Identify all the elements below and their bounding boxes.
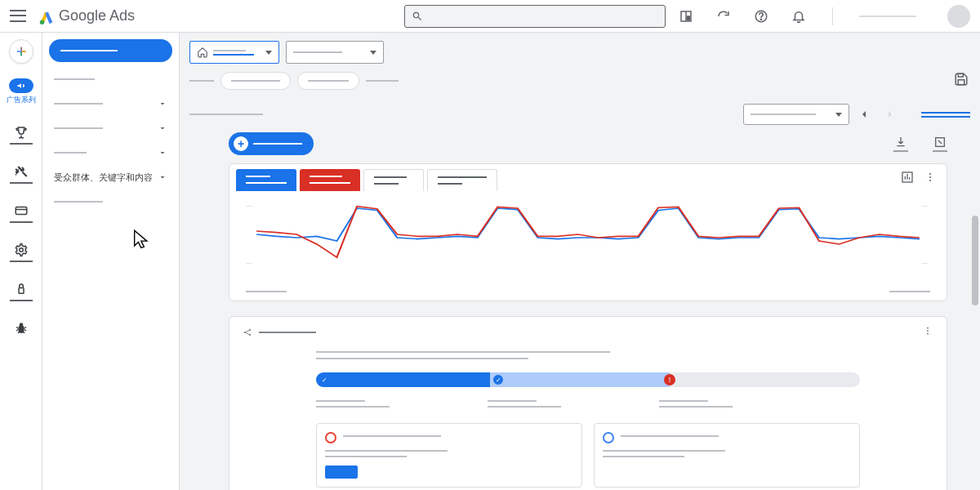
sidebar-item-6[interactable] [42,189,179,214]
svg-text:—: — [246,203,252,208]
chip-label [189,80,214,82]
date-range-dropdown[interactable] [743,104,849,125]
menu-icon[interactable] [10,8,26,24]
plus-icon: + [234,136,248,151]
status-card-title [259,332,316,333]
divider [832,7,833,25]
status-description [316,351,860,359]
search-icon [412,11,423,22]
help-icon[interactable] [754,9,768,24]
scroll-thumb[interactable] [972,216,978,305]
download-icon [894,136,907,149]
svg-point-23 [244,332,246,333]
more-vert-icon[interactable] [924,171,937,184]
svg-point-25 [249,334,251,336]
logo[interactable]: Google Ads [38,7,135,25]
check-icon: ✓ [493,375,503,385]
scope-dropdown-2[interactable] [286,41,384,64]
rec-action-button[interactable] [325,466,358,479]
account-name[interactable] [859,16,916,17]
svg-text:—: — [922,203,929,208]
nav-admin[interactable] [10,282,33,301]
logo-text: Google Ads [59,7,135,24]
content-area: + [180,132,980,490]
sidebar-item-2[interactable] [42,91,179,116]
sidebar-item-audiences[interactable]: 受众群体、关键字和内容 [42,165,179,189]
filter-chip-2[interactable] [297,72,359,90]
svg-text:—: — [246,261,252,265]
sidebar-item-1[interactable] [42,67,179,91]
svg-rect-9 [19,288,24,294]
chevron-down-icon [158,148,167,158]
header-toolbar [679,5,970,28]
reports-icon[interactable] [679,9,693,24]
nav-goals[interactable] [10,125,33,145]
chevron-down-icon [158,99,167,109]
sidebar-item-3[interactable] [42,116,179,140]
nav-bug[interactable] [14,321,29,336]
svg-point-8 [19,248,23,252]
google-ads-logo-icon [38,7,56,25]
svg-point-18 [929,180,931,181]
svg-point-17 [929,176,931,178]
svg-rect-6 [16,207,27,215]
svg-rect-3 [688,16,690,20]
save-view-icon[interactable] [954,72,969,90]
rec-box-1[interactable] [316,423,582,488]
avatar[interactable] [947,5,970,28]
metric-tab-3[interactable] [363,169,424,191]
svg-point-27 [927,330,929,332]
nav-campaigns[interactable]: 广告系列 [7,78,36,105]
chevron-down-icon [158,172,167,182]
home-icon [197,47,208,58]
warning-icon: ! [664,374,675,385]
metric-tab-2[interactable] [300,169,360,191]
metric-tab-1[interactable] [236,169,296,191]
sidebar-item-4[interactable] [42,140,179,165]
date-next-button [879,103,902,126]
date-range-bar [180,96,980,132]
status-card: ✓ ✓ ! [229,316,947,490]
svg-point-11 [19,323,23,327]
action-row: + [229,132,947,155]
date-prev-button[interactable] [853,103,875,126]
chart-settings-icon[interactable] [901,171,914,184]
nav-billing[interactable] [10,203,33,223]
svg-point-26 [927,327,929,329]
metric-tab-4[interactable] [427,169,497,191]
refresh-icon[interactable] [716,9,731,24]
search-box[interactable] [404,5,666,28]
create-fab[interactable] [9,39,33,64]
filter-chip-1[interactable] [220,72,291,90]
status-columns [316,400,860,412]
nav-tools[interactable] [10,164,33,184]
sidebar-active-pill[interactable] [49,39,172,62]
new-button[interactable]: + [229,132,314,155]
search-input[interactable] [428,11,658,22]
share-icon [243,327,252,337]
card-more-icon[interactable] [922,325,933,340]
scope-dropdown-1[interactable] [189,41,279,64]
page-subtitle [189,114,263,115]
svg-point-28 [927,333,929,335]
svg-point-5 [760,19,761,20]
rec-box-2[interactable] [594,423,860,488]
red-circle-icon [325,432,336,443]
filter-chip-row [180,69,980,96]
check-icon: ✓ [319,375,329,385]
scope-row [180,33,980,69]
download-button[interactable] [893,136,908,152]
line-chart: — — — — [246,201,930,274]
notifications-icon[interactable] [791,9,806,24]
nav-campaigns-label: 广告系列 [7,95,36,105]
svg-point-0 [40,20,45,24]
nav-settings[interactable] [10,243,33,262]
svg-rect-13 [958,80,964,85]
svg-point-24 [249,329,251,331]
expand-button[interactable] [933,136,947,152]
chevron-down-icon [158,123,167,133]
app-header: Google Ads [0,0,980,33]
chip-trailing [366,80,399,82]
scrollbar[interactable] [970,33,980,490]
sub-sidebar: 受众群体、关键字和内容 [42,33,180,490]
